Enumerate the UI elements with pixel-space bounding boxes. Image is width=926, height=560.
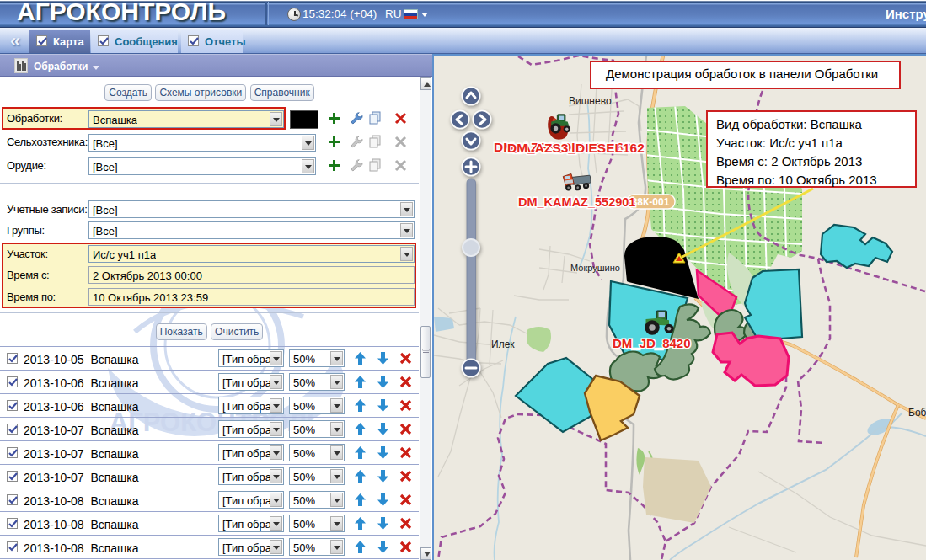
svg-text:38К-001: 38К-001	[632, 196, 670, 208]
svg-text:DM_AZS3_DIESEL162: DM_AZS3_DIESEL162	[507, 141, 645, 155]
svg-text:Илек: Илек	[491, 339, 515, 350]
svg-text:Бобр: Бобр	[908, 407, 926, 419]
svg-text:Мокрушино: Мокрушино	[570, 263, 620, 273]
svg-text:DM_JD_8420: DM_JD_8420	[613, 336, 691, 350]
svg-text:DM_KAMAZ_552901: DM_KAMAZ_552901	[518, 195, 635, 209]
svg-text:Вишнево: Вишнево	[569, 95, 612, 107]
